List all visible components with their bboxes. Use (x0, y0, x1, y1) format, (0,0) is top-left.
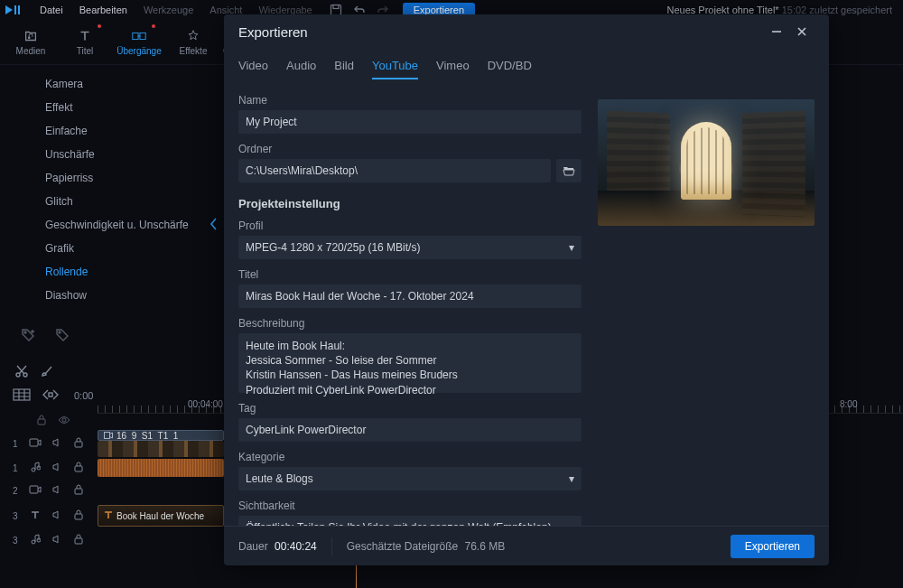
tab-youtube[interactable]: YouTube (372, 59, 418, 79)
chevron-down-icon: ▾ (569, 241, 574, 254)
tab-video[interactable]: Video (238, 59, 268, 79)
close-button[interactable] (789, 19, 815, 44)
profile-label: Profil (238, 219, 582, 232)
folder-open-icon (562, 164, 576, 177)
description-textarea[interactable]: Heute im Book Haul: Jessica Sommer - So … (238, 333, 582, 393)
dialog-footer: Dauer 00:40:24 Geschätzte Dateigröße 76.… (224, 526, 829, 565)
duration-value: 00:40:24 (275, 540, 317, 553)
tab-vimeo[interactable]: Vimeo (436, 59, 470, 79)
tab-bild[interactable]: Bild (334, 59, 354, 79)
filesize-label: Geschätzte Dateigröße (347, 540, 458, 553)
category-label: Kategorie (238, 451, 582, 463)
tag-input[interactable]: CyberLink PowerDirector (238, 418, 582, 442)
tab-audio[interactable]: Audio (286, 59, 316, 79)
filesize-value: 76.6 MB (465, 540, 506, 553)
name-label: Name (238, 94, 582, 107)
duration-label: Dauer (238, 540, 268, 553)
modal-overlay: Exportieren Video Audio Bild YouTube Vim… (0, 0, 903, 588)
section-project-settings: Projekteinstellung (238, 197, 582, 210)
dialog-title: Exportieren (238, 24, 764, 40)
export-dialog: Exportieren Video Audio Bild YouTube Vim… (224, 14, 829, 565)
export-tabs: Video Audio Bild YouTube Vimeo DVD/BD (224, 54, 829, 83)
visibility-select[interactable]: Öffentlich: Teilen Sie Ihr Video mit der… (238, 516, 582, 526)
category-select[interactable]: Leute & Blogs ▾ (238, 467, 582, 490)
minimize-button[interactable] (764, 19, 789, 44)
folder-input[interactable]: C:\Users\Mira\Desktop\ (238, 159, 551, 182)
visibility-label: Sichtbarkeit (238, 499, 582, 512)
video-preview-thumbnail (598, 99, 815, 226)
title-label: Titel (238, 268, 582, 281)
tag-label: Tag (238, 402, 582, 415)
title-input[interactable]: Miras Book Haul der Woche - 17. Oktober … (238, 285, 582, 308)
browse-folder-button[interactable] (556, 159, 582, 182)
description-label: Beschreibung (238, 317, 582, 330)
profile-select[interactable]: MPEG-4 1280 x 720/25p (16 MBit/s) ▾ (238, 236, 582, 259)
export-button[interactable]: Exportieren (731, 535, 815, 558)
folder-label: Ordner (238, 143, 582, 155)
name-input[interactable]: My Project (238, 110, 582, 134)
chevron-down-icon: ▾ (569, 472, 574, 485)
tab-dvdbd[interactable]: DVD/BD (488, 59, 532, 79)
